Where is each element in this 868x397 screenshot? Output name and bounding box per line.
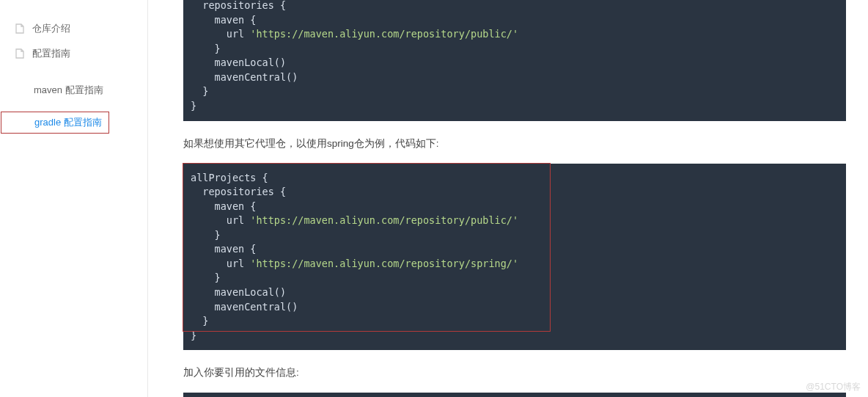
- paragraph-proxy-note: 如果想使用其它代理仓，以使用spring仓为例，代码如下:: [183, 137, 846, 150]
- document-icon: [15, 23, 25, 34]
- sidebar: 仓库介绍 配置指南 maven 配置指南 gradle 配置指南: [0, 0, 148, 397]
- paragraph-file-ref: 加入你要引用的文件信息:: [183, 366, 846, 379]
- code-block-2: allProjects { repositories { maven { url…: [183, 164, 846, 351]
- nav-label: 配置指南: [32, 47, 70, 60]
- nav-sublist: maven 配置指南 gradle 配置指南: [0, 79, 147, 134]
- nav-item-repo-intro[interactable]: 仓库介绍: [0, 16, 147, 41]
- main-content: repositories { maven { url 'https://mave…: [148, 0, 868, 397]
- nav-sub-gradle[interactable]: gradle 配置指南: [1, 112, 109, 134]
- nav-item-config-guide[interactable]: 配置指南: [0, 41, 147, 66]
- page-layout: 仓库介绍 配置指南 maven 配置指南 gradle 配置指南 reposit…: [0, 0, 868, 397]
- nav-sub-maven[interactable]: maven 配置指南: [0, 79, 111, 101]
- code-block-1: repositories { maven { url 'https://mave…: [183, 0, 846, 121]
- nav-label: 仓库介绍: [32, 22, 70, 35]
- document-icon: [15, 48, 25, 59]
- code-block-3: dependencies { compile '[GROUP_ID]:[ARTI…: [183, 393, 846, 397]
